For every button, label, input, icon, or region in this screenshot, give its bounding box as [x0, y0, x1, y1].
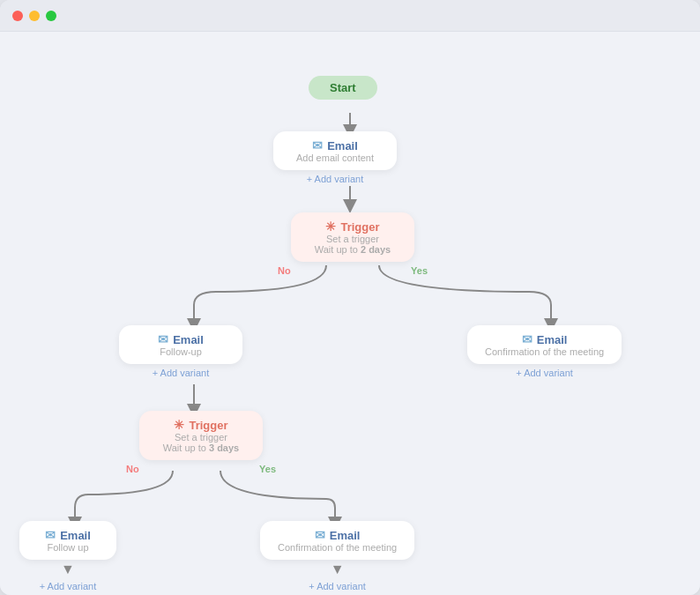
trigger1-sub1: Set a trigger — [326, 234, 379, 244]
email-yes2-card[interactable]: ✉ Email Confirmation of the meeting — [260, 521, 414, 560]
email1-card[interactable]: ✉ Email Add email content — [273, 131, 397, 170]
trigger2-sub1: Set a trigger — [175, 432, 227, 443]
dot-green[interactable] — [46, 11, 56, 21]
email-yes2-node[interactable]: ✉ Email Confirmation of the meeting ▼ + … — [260, 521, 414, 591]
trigger2-title: ✳ Trigger — [174, 418, 227, 432]
dot-red[interactable] — [12, 11, 23, 21]
add-variant5[interactable]: + Add variant — [309, 581, 366, 591]
trigger2-yes-label: Yes — [259, 464, 276, 474]
email-no1-icon: ✉ — [158, 332, 168, 346]
email1-title: ✉ Email — [312, 138, 358, 152]
add-variant2[interactable]: + Add variant — [153, 368, 210, 378]
dot-yellow[interactable] — [29, 11, 40, 21]
email-yes1-icon: ✉ — [522, 332, 532, 346]
trigger1-icon: ✳ — [325, 219, 336, 234]
email-yes1-sub: Confirmation of the meeting — [485, 346, 604, 357]
trigger1-title: ✳ Trigger — [325, 219, 379, 234]
app-window: Start ✉ Email Add email content + Add va… — [0, 0, 700, 595]
email-no2-card[interactable]: ✉ Email Follow up — [19, 521, 116, 560]
start-pill[interactable]: Start — [309, 76, 377, 100]
trigger2-card[interactable]: ✳ Trigger Set a trigger Wait up to 3 day… — [139, 411, 263, 460]
start-label: Start — [330, 81, 356, 94]
email-yes1-card[interactable]: ✉ Email Confirmation of the meeting — [467, 325, 622, 364]
trigger1-yes-label: Yes — [411, 265, 428, 276]
add-variant3[interactable]: + Add variant — [516, 368, 573, 378]
flow-canvas: Start ✉ Email Add email content + Add va… — [0, 32, 700, 595]
email-no2-icon: ✉ — [45, 528, 56, 542]
email-no2-arrow: ▼ — [61, 562, 75, 577]
trigger2-no-label: No — [126, 464, 139, 474]
email-no2-sub: Follow up — [47, 542, 88, 553]
trigger2-sub2: Wait up to 3 days — [163, 443, 239, 453]
email-no1-node[interactable]: ✉ Email Follow-up + Add variant — [119, 325, 242, 378]
email1-icon: ✉ — [312, 138, 323, 152]
email-yes1-node[interactable]: ✉ Email Confirmation of the meeting + Ad… — [467, 325, 622, 378]
titlebar — [0, 0, 700, 32]
email1-node[interactable]: ✉ Email Add email content + Add variant — [273, 131, 397, 184]
trigger2-node[interactable]: ✳ Trigger Set a trigger Wait up to 3 day… — [126, 411, 276, 474]
trigger2-icon: ✳ — [174, 418, 184, 432]
email-yes2-title: ✉ Email — [315, 528, 361, 542]
email-yes1-title: ✉ Email — [522, 332, 568, 346]
email-no2-node[interactable]: ✉ Email Follow up ▼ + Add variant — [19, 521, 116, 591]
trigger1-no-label: No — [278, 265, 291, 276]
email-yes2-arrow: ▼ — [331, 562, 345, 577]
trigger1-node[interactable]: ✳ Trigger Set a trigger Wait up to 2 day… — [278, 212, 428, 276]
email-yes2-sub: Confirmation of the meeting — [278, 542, 397, 553]
add-variant1[interactable]: + Add variant — [307, 174, 364, 184]
trigger1-card[interactable]: ✳ Trigger Set a trigger Wait up to 2 day… — [291, 212, 414, 262]
email-no2-title: ✉ Email — [45, 528, 91, 542]
add-variant4[interactable]: + Add variant — [40, 581, 97, 591]
connectors-svg — [0, 32, 700, 595]
email-no1-card[interactable]: ✉ Email Follow-up — [119, 325, 242, 364]
email-no1-sub: Follow-up — [160, 346, 202, 357]
email-no1-title: ✉ Email — [158, 332, 204, 346]
start-node: Start — [309, 76, 377, 100]
email1-sub: Add email content — [296, 152, 374, 163]
trigger1-sub2: Wait up to 2 days — [315, 244, 391, 255]
email-yes2-icon: ✉ — [315, 528, 325, 542]
